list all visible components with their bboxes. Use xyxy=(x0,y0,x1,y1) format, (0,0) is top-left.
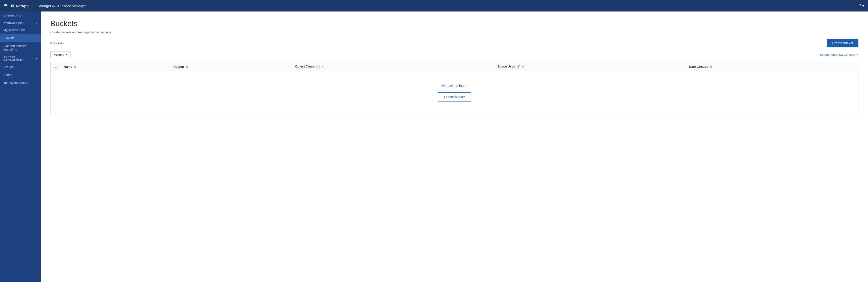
svg-rect-1 xyxy=(11,5,12,7)
sidebar-item-groups[interactable]: Groups xyxy=(0,63,41,71)
create-bucket-header-button[interactable]: Create bucket xyxy=(827,39,859,47)
bucket-count: 0 buckets xyxy=(50,41,64,45)
main-layout: DASHBOARD STORAGE (S3) ∧ My access keys … xyxy=(0,11,868,282)
brand-name: NetApp xyxy=(16,4,29,8)
help-icon[interactable]: ? ▾ xyxy=(859,4,864,8)
sidebar: DASHBOARD STORAGE (S3) ∧ My access keys … xyxy=(0,11,41,282)
sort-object-count-icon[interactable]: ⇅ xyxy=(321,65,323,68)
object-count-info-icon[interactable]: i xyxy=(316,65,320,68)
table-header: Name ⇅ Region ⇅ Object Count i ⇅ Space U… xyxy=(51,62,859,71)
col-space-used: Space Used i ⇅ xyxy=(494,62,686,71)
actions-button[interactable]: Actions ▾ xyxy=(50,51,70,58)
table-body: No buckets found Create bucket xyxy=(51,71,859,114)
nav-divider: | xyxy=(32,3,34,8)
actions-chevron-icon: ▾ xyxy=(66,54,67,56)
brand-logo: NetApp xyxy=(10,4,29,8)
empty-state-row: No buckets found Create bucket xyxy=(51,71,859,114)
bucket-count-row: 0 buckets Create bucket xyxy=(50,39,859,47)
sort-date-created-icon[interactable]: ⇅ xyxy=(710,66,712,68)
app-title: StorageGRID Tenant Manager xyxy=(37,4,86,8)
sort-space-used-icon[interactable]: ⇅ xyxy=(522,65,524,68)
empty-state: No buckets found Create bucket xyxy=(54,74,855,111)
sort-region-icon[interactable]: ⇅ xyxy=(186,66,188,68)
select-all-checkbox[interactable] xyxy=(54,65,57,68)
sidebar-section-storage: STORAGE (S3) ∧ xyxy=(0,20,41,26)
storage-chevron-icon: ∧ xyxy=(35,22,37,25)
bucket-table: Name ⇅ Region ⇅ Object Count i ⇅ Space U… xyxy=(50,62,859,114)
page-subtitle: Create buckets and manage bucket setting… xyxy=(50,30,859,34)
sidebar-section-access: ACCESS MANAGEMENT ∧ xyxy=(0,54,41,63)
select-all-checkbox-col xyxy=(51,62,61,71)
top-nav: ☰ NetApp | StorageGRID Tenant Manager ? … xyxy=(0,0,868,11)
col-region: Region ⇅ xyxy=(170,62,292,71)
sidebar-item-users[interactable]: Users xyxy=(0,71,41,79)
sidebar-item-identity-federation[interactable]: Identity federation xyxy=(0,79,41,87)
brand: NetApp | StorageGRID Tenant Manager xyxy=(10,3,86,8)
create-bucket-empty-button[interactable]: Create bucket xyxy=(438,93,471,102)
sidebar-item-buckets[interactable]: Buckets xyxy=(0,34,41,42)
netapp-logo-icon xyxy=(10,4,15,8)
sort-name-icon[interactable]: ⇅ xyxy=(74,66,76,68)
top-nav-left: ☰ NetApp | StorageGRID Tenant Manager xyxy=(4,3,86,8)
s3-console-link[interactable]: Experimental S3 Console ↗ xyxy=(820,53,859,57)
col-date-created: Date Created ⇅ xyxy=(686,62,858,71)
top-nav-right: ? ▾ xyxy=(859,4,864,8)
toolbar-row: Actions ▾ Experimental S3 Console ↗ xyxy=(50,51,859,58)
sidebar-item-platform-services-endpoints[interactable]: Platform services endpoints xyxy=(0,42,41,54)
content-area: Buckets Create buckets and manage bucket… xyxy=(41,11,868,282)
empty-state-text: No buckets found xyxy=(54,84,855,87)
page-title: Buckets xyxy=(50,19,859,28)
col-object-count: Object Count i ⇅ xyxy=(292,62,494,71)
hamburger-menu-icon[interactable]: ☰ xyxy=(4,3,8,8)
sidebar-item-my-access-keys[interactable]: My access keys xyxy=(0,26,41,34)
space-used-info-icon[interactable]: i xyxy=(517,65,520,68)
access-chevron-icon: ∧ xyxy=(35,58,37,60)
col-name: Name ⇅ xyxy=(60,62,170,71)
external-link-icon: ↗ xyxy=(856,53,859,56)
sidebar-item-dashboard[interactable]: DASHBOARD xyxy=(0,11,41,20)
svg-rect-2 xyxy=(12,5,14,7)
